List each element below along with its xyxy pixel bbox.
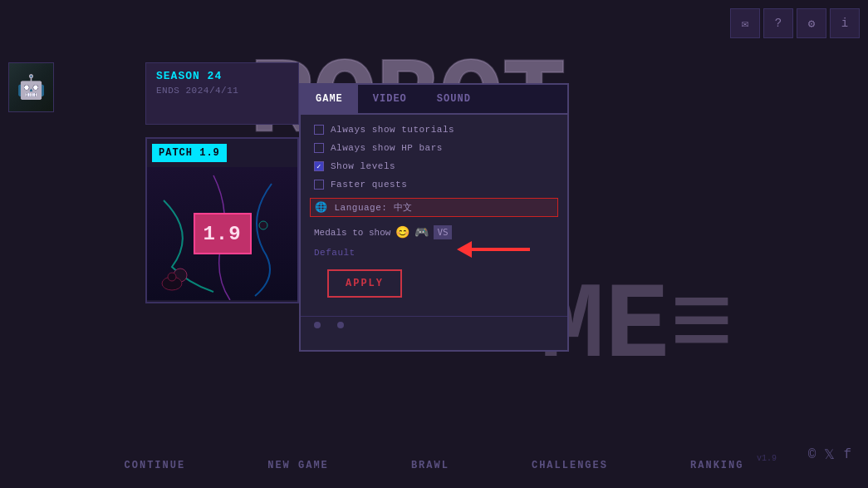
language-text: Language: 中文 [335, 201, 413, 214]
scroll-dot-2 [337, 322, 344, 328]
nav-challenges[interactable]: CHALLENGES [532, 460, 608, 471]
tab-video[interactable]: VIDEO [358, 85, 422, 113]
setting-tutorials: Always show tutorials [314, 125, 554, 135]
checkbox-hp-bars[interactable] [314, 143, 324, 153]
nav-new-game[interactable]: NEW GAME [267, 460, 329, 471]
checkbox-levels[interactable] [314, 161, 324, 171]
nav-continue[interactable]: CONTINUE [125, 460, 186, 471]
tab-sound[interactable]: SOUND [422, 85, 486, 113]
checkbox-tutorials[interactable] [314, 125, 324, 135]
setting-hp-bars-label: Always show HP bars [331, 143, 443, 153]
facebook-icon[interactable]: f [843, 447, 851, 462]
bg-title-line3: ME≡ [540, 266, 734, 388]
setting-levels: Show levels [314, 161, 554, 171]
dialog-tabs: GAME VIDEO SOUND [301, 85, 567, 115]
dialog-footer [301, 316, 567, 333]
settings-dialog: GAME VIDEO SOUND Always show tutorials A… [299, 83, 569, 352]
patch-version-badge: 1.9 [194, 213, 252, 254]
avatar-image: 🤖 [9, 63, 53, 111]
setting-faster-quests: Faster quests [314, 180, 554, 190]
email-button[interactable]: ✉ [730, 8, 760, 38]
globe-icon: 🌐 [315, 201, 328, 214]
version-text: v1.9 [757, 454, 777, 463]
dialog-content: Always show tutorials Always show HP bar… [301, 115, 567, 308]
season-panel: SEASON 24 ENDS 2024/4/11 [145, 62, 299, 125]
arrow-line [472, 248, 530, 251]
nav-ranking[interactable]: RANKING [690, 460, 743, 471]
medals-row: Medals to show 😊 🎮 VS [314, 225, 554, 239]
apply-button[interactable]: APPLY [327, 269, 402, 298]
medals-label: Medals to show [314, 228, 390, 238]
season-title: SEASON 24 [156, 70, 288, 82]
setting-tutorials-label: Always show tutorials [331, 125, 454, 135]
settings-button[interactable]: ⚙ [797, 8, 826, 38]
scroll-dot-1 [314, 322, 321, 328]
top-icons-bar: ✉ ? ⚙ i [730, 8, 860, 38]
medal-icon-2[interactable]: 🎮 [414, 225, 429, 239]
bottom-nav: CONTINUE NEW GAME BRAWL CHALLENGES RANKI… [0, 460, 868, 471]
red-arrow [457, 241, 530, 258]
medal-icon-3[interactable]: VS [434, 225, 451, 239]
patch-panel: PATCH 1.9 1.9 [145, 137, 299, 303]
info-button[interactable]: i [830, 8, 860, 38]
language-row[interactable]: 🌐 Language: 中文 [310, 198, 558, 217]
setting-faster-quests-label: Faster quests [331, 180, 407, 190]
avatar-panel: 🤖 [8, 62, 54, 112]
patch-label: PATCH 1.9 [152, 144, 227, 162]
svg-point-1 [259, 221, 267, 229]
twitter-icon[interactable]: 𝕏 [824, 446, 835, 463]
tab-game[interactable]: GAME [301, 85, 358, 113]
medal-icon-1[interactable]: 😊 [395, 225, 409, 239]
setting-hp-bars: Always show HP bars [314, 143, 554, 153]
checkbox-faster-quests[interactable] [314, 180, 324, 190]
nav-brawl[interactable]: BRAWL [411, 460, 449, 471]
setting-levels-label: Show levels [331, 161, 395, 171]
social-icons: © 𝕏 f [808, 446, 851, 463]
svg-point-3 [168, 273, 176, 281]
season-ends: ENDS 2024/4/11 [156, 86, 288, 96]
copyright-icon: © [808, 447, 817, 462]
help-button[interactable]: ? [763, 8, 793, 38]
patch-art: 1.9 [147, 167, 297, 300]
arrow-head [457, 241, 472, 258]
